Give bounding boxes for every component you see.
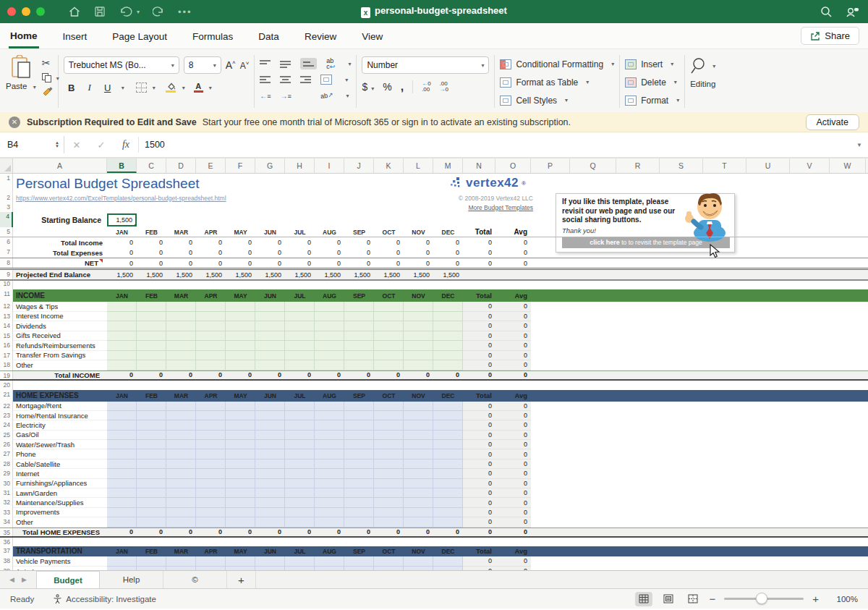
item-label[interactable]: Mortgage/Rent <box>13 402 107 411</box>
item-month-cell[interactable] <box>166 508 196 517</box>
column-header-J[interactable]: J <box>344 158 374 173</box>
item-month-cell[interactable] <box>137 302 166 312</box>
item-label[interactable]: Electricity <box>13 420 107 430</box>
item-total[interactable]: 0 <box>463 411 495 420</box>
section-total-value[interactable]: 0 <box>196 528 226 536</box>
summary-value[interactable]: 0 <box>344 247 374 258</box>
currency-format-icon[interactable]: $▾ <box>362 81 374 93</box>
item-month-cell[interactable] <box>166 479 196 488</box>
item-month-cell[interactable] <box>107 508 137 517</box>
item-month-cell[interactable] <box>226 508 255 517</box>
item-month-cell[interactable] <box>255 360 285 370</box>
add-sheet-button[interactable]: + <box>227 571 256 588</box>
section-total-value[interactable]: 0 <box>137 528 166 536</box>
item-total[interactable]: 0 <box>463 469 495 478</box>
summary-value[interactable]: 0 <box>166 258 196 268</box>
activate-button[interactable]: Activate <box>806 114 859 130</box>
row-header-22[interactable]: 22 <box>0 402 13 411</box>
item-month-cell[interactable] <box>255 331 285 342</box>
item-label[interactable]: Gas/Oil <box>13 431 107 440</box>
section-month-header[interactable]: JUL <box>285 546 315 556</box>
cancel-entry-icon[interactable]: ✕ <box>64 140 89 151</box>
align-left-icon[interactable] <box>260 75 271 84</box>
item-month-cell[interactable] <box>315 351 344 361</box>
item-month-cell[interactable] <box>166 469 196 478</box>
item-month-cell[interactable] <box>344 331 374 342</box>
section-total-value[interactable]: 0 <box>344 371 374 379</box>
section-total-label[interactable]: Total HOME EXPENSES <box>13 528 107 536</box>
section-month-header[interactable]: MAY <box>226 546 255 556</box>
item-month-cell[interactable] <box>166 312 196 322</box>
month-header[interactable]: DEC <box>433 227 463 237</box>
summary-value[interactable]: 0 <box>255 258 285 268</box>
item-month-cell[interactable] <box>374 360 404 370</box>
column-header-D[interactable]: D <box>166 158 196 173</box>
month-header[interactable]: MAY <box>226 227 255 237</box>
section-total-value[interactable]: 0 <box>166 528 196 536</box>
section-avg-header[interactable]: Avg <box>495 546 531 556</box>
section-grand-total[interactable]: 0 <box>463 528 495 536</box>
zoom-out-icon[interactable]: − <box>709 593 715 605</box>
item-month-cell[interactable] <box>255 508 285 517</box>
item-month-cell[interactable] <box>374 517 404 527</box>
item-month-cell[interactable] <box>107 360 137 370</box>
section-total-header[interactable]: Total <box>463 546 495 556</box>
item-month-cell[interactable] <box>374 302 404 312</box>
item-month-cell[interactable] <box>315 556 344 567</box>
row-header-21[interactable]: 21 <box>0 390 13 402</box>
item-avg[interactable]: 0 <box>495 440 531 449</box>
item-month-cell[interactable] <box>137 331 166 342</box>
section-total-value[interactable]: 0 <box>285 528 315 536</box>
section-total-value[interactable]: 0 <box>433 528 463 536</box>
item-month-cell[interactable] <box>255 411 285 420</box>
item-month-cell[interactable] <box>137 459 166 469</box>
item-month-cell[interactable] <box>196 302 226 312</box>
summary-total[interactable]: 0 <box>463 247 495 258</box>
item-month-cell[interactable] <box>196 567 226 570</box>
summary-value[interactable]: 0 <box>285 258 315 268</box>
section-month-header[interactable]: FEB <box>137 390 166 402</box>
projected-balance-label[interactable]: Projected End Balance <box>13 270 107 279</box>
section-month-header[interactable]: OCT <box>374 390 404 402</box>
summary-value[interactable]: 0 <box>285 247 315 258</box>
item-month-cell[interactable] <box>137 517 166 527</box>
increase-font-size-icon[interactable]: A˄ <box>226 59 236 71</box>
item-month-cell[interactable] <box>374 431 404 440</box>
item-month-cell[interactable] <box>433 469 463 478</box>
item-month-cell[interactable] <box>404 321 433 331</box>
section-total-value[interactable]: 0 <box>196 371 226 379</box>
column-header-H[interactable]: H <box>285 158 315 173</box>
item-month-cell[interactable] <box>374 411 404 420</box>
item-avg[interactable]: 0 <box>495 431 531 440</box>
item-label[interactable]: Auto Insurance <box>13 567 107 570</box>
item-month-cell[interactable] <box>285 440 315 449</box>
sheet-title-cell[interactable]: Personal Budget Spreadsheet <box>13 174 107 193</box>
section-total-value[interactable]: 0 <box>255 528 285 536</box>
item-month-cell[interactable] <box>196 331 226 342</box>
cut-icon[interactable]: ✂ <box>42 57 53 69</box>
column-header-O[interactable]: O <box>495 158 531 173</box>
item-month-cell[interactable] <box>315 321 344 331</box>
item-month-cell[interactable] <box>107 469 137 478</box>
row-header-39[interactable]: 39 <box>0 567 13 570</box>
summary-avg[interactable]: 0 <box>495 258 531 268</box>
item-month-cell[interactable] <box>285 402 315 411</box>
item-month-cell[interactable] <box>315 360 344 370</box>
summary-value[interactable]: 0 <box>196 247 226 258</box>
row-header-2[interactable]: 2 <box>0 193 13 203</box>
row-header-32[interactable]: 32 <box>0 498 13 507</box>
item-month-cell[interactable] <box>315 312 344 322</box>
section-month-header[interactable]: JUL <box>285 390 315 402</box>
zoom-slider-thumb[interactable] <box>756 593 767 604</box>
section-month-header[interactable]: AUG <box>315 390 344 402</box>
item-month-cell[interactable] <box>255 351 285 361</box>
item-avg[interactable]: 0 <box>495 351 531 361</box>
item-avg[interactable]: 0 <box>495 488 531 498</box>
item-month-cell[interactable] <box>107 312 137 322</box>
column-header-B[interactable]: B <box>107 158 137 173</box>
month-header[interactable]: AUG <box>315 227 344 237</box>
item-avg[interactable]: 0 <box>495 567 531 570</box>
summary-value[interactable]: 0 <box>315 258 344 268</box>
text-orientation-icon[interactable]: ab↗ <box>320 91 333 100</box>
item-month-cell[interactable] <box>344 360 374 370</box>
